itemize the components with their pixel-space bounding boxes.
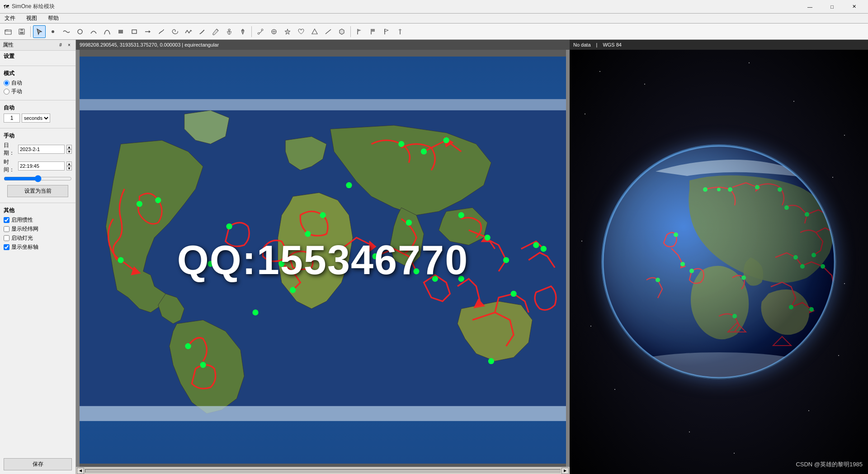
scroll-track[interactable] <box>85 469 561 473</box>
manual-title: 手动 <box>4 132 72 140</box>
tool-spiral[interactable] <box>169 25 181 38</box>
svg-point-14 <box>242 29 244 31</box>
tool-s-curve[interactable] <box>155 25 168 38</box>
tool-save[interactable] <box>15 25 28 38</box>
date-down-btn[interactable]: ▼ <box>66 149 72 154</box>
svg-point-57 <box>488 358 494 364</box>
tool-line[interactable] <box>322 25 335 38</box>
svg-point-4 <box>52 30 54 33</box>
svg-point-64 <box>346 182 352 188</box>
date-input[interactable] <box>18 145 65 154</box>
tool-pen[interactable] <box>196 25 208 38</box>
star <box>793 101 794 102</box>
scroll-left-btn[interactable]: ◀ <box>77 468 84 474</box>
tool-wave[interactable] <box>60 25 73 38</box>
time-down-btn[interactable]: ▼ <box>66 166 72 171</box>
globe-sphere[interactable] <box>601 144 836 379</box>
window-controls: — □ ✕ <box>800 2 864 12</box>
svg-point-45 <box>443 137 449 143</box>
qq-watermark: QQ:155346770 <box>177 237 468 284</box>
tool-circle[interactable] <box>74 25 86 38</box>
globe-canvas[interactable]: CSDN @英雄的黎明1985 <box>570 50 868 474</box>
svg-line-22 <box>326 29 331 34</box>
titlebar: 🗺 SimOne 标绘模块 — □ ✕ <box>0 0 868 14</box>
star <box>844 283 845 284</box>
tool-arrow[interactable] <box>142 25 154 38</box>
star <box>644 84 645 85</box>
tool-flag4[interactable] <box>394 25 406 38</box>
star <box>844 135 845 136</box>
tool-route[interactable] <box>254 25 267 38</box>
mode-manual-option[interactable]: 手动 <box>4 88 72 95</box>
auto-unit-select[interactable]: seconds minutes <box>22 114 50 123</box>
tool-pin[interactable] <box>236 25 249 38</box>
map-scrollbar[interactable]: ◀ ▶ <box>76 467 570 474</box>
star <box>614 389 615 390</box>
scroll-right-btn[interactable]: ▶ <box>561 468 569 474</box>
grid-row[interactable]: 显示经纬网 <box>4 225 72 233</box>
tool-curve[interactable] <box>101 25 113 38</box>
tool-dot[interactable] <box>47 25 59 38</box>
tool-star[interactable] <box>281 25 294 38</box>
mode-auto-radio[interactable] <box>4 80 9 86</box>
light-checkbox[interactable] <box>4 235 9 241</box>
minimize-button[interactable]: — <box>800 2 820 12</box>
tool-triangle[interactable] <box>308 25 321 38</box>
tool-open[interactable] <box>2 25 14 38</box>
tool-zigzag[interactable] <box>182 25 195 38</box>
menu-help[interactable]: 帮助 <box>45 14 61 23</box>
map-canvas[interactable]: QQ:155346770 <box>80 50 566 470</box>
date-up-btn[interactable]: ▲ <box>66 145 72 149</box>
tool-flag1[interactable] <box>353 25 366 38</box>
globe-header: No data | WGS 84 <box>570 40 868 50</box>
tool-heart[interactable] <box>295 25 307 38</box>
divider-1 <box>0 66 75 66</box>
mode-manual-radio[interactable] <box>4 89 9 95</box>
svg-point-44 <box>421 148 427 154</box>
menu-view[interactable]: 视图 <box>24 14 40 23</box>
close-button[interactable]: ✕ <box>844 2 864 12</box>
svg-marker-9 <box>149 30 151 33</box>
date-label: 日期： <box>4 142 16 157</box>
tool-flag3[interactable] <box>380 25 393 38</box>
axis-row[interactable]: 显示坐标轴 <box>4 243 72 251</box>
maximize-button[interactable]: □ <box>822 2 842 12</box>
grid-checkbox[interactable] <box>4 226 9 232</box>
svg-rect-32 <box>80 406 566 421</box>
time-slider[interactable] <box>4 176 72 181</box>
svg-point-51 <box>533 242 539 248</box>
svg-point-65 <box>185 343 191 349</box>
tool-rect[interactable] <box>128 25 141 38</box>
star <box>734 453 735 454</box>
mode-auto-option[interactable]: 自动 <box>4 79 72 87</box>
svg-point-60 <box>290 287 296 293</box>
toolbar-separator-2 <box>251 26 252 37</box>
tool-rect-filled[interactable] <box>114 25 127 38</box>
svg-rect-0 <box>5 30 11 34</box>
auto-value-input[interactable] <box>4 114 20 123</box>
time-up-btn[interactable]: ▲ <box>66 161 72 166</box>
tool-arc[interactable] <box>87 25 100 38</box>
inertia-checkbox[interactable] <box>4 217 9 223</box>
save-btn[interactable]: 保存 <box>4 458 72 470</box>
light-row[interactable]: 启动灯光 <box>4 234 72 242</box>
tool-polygon[interactable] <box>335 25 348 38</box>
tool-flag2[interactable] <box>367 25 379 38</box>
tool-pencil[interactable] <box>209 25 222 38</box>
crs-label: WGS 84 <box>603 42 622 47</box>
tool-waypoint[interactable] <box>268 25 280 38</box>
inertia-row[interactable]: 启用惯性 <box>4 216 72 224</box>
star <box>590 326 591 327</box>
svg-point-40 <box>155 197 161 203</box>
world-map-flat[interactable]: QQ:155346770 <box>80 57 566 464</box>
svg-marker-20 <box>285 29 290 34</box>
time-input[interactable] <box>18 161 65 171</box>
tool-select[interactable] <box>33 25 46 38</box>
menu-file[interactable]: 文件 <box>2 14 18 23</box>
axis-checkbox[interactable] <box>4 244 9 250</box>
panel-pin-btn[interactable]: # <box>57 42 64 49</box>
svg-point-10 <box>200 33 201 34</box>
panel-close-btn[interactable]: × <box>66 42 73 49</box>
set-current-btn[interactable]: 设置为当前 <box>7 185 68 197</box>
tool-anchor[interactable] <box>223 25 236 38</box>
